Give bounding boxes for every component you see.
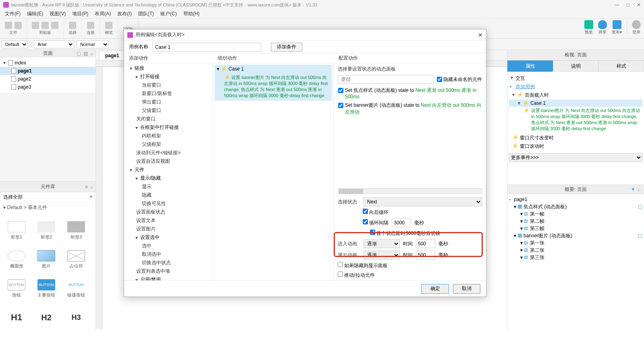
- show-if-hidden-checkbox[interactable]: 如果隐藏则显示面板: [338, 262, 388, 269]
- organize-case-header[interactable]: ▾⚡Case 1: [214, 65, 332, 73]
- library-breadcrumb[interactable]: ▾ Default > 基本元件: [0, 203, 96, 213]
- anim-in-select[interactable]: 逐渐: [364, 239, 400, 248]
- delay-first-checkbox[interactable]: 首个状态延时3000毫秒后切换: [370, 230, 440, 237]
- add-page-icon[interactable]: ▢: [77, 51, 81, 56]
- menu-file[interactable]: 文件(F): [2, 10, 23, 18]
- case-1[interactable]: Case 1: [530, 100, 546, 106]
- lib-primary-button[interactable]: BUTTON主要按钮: [31, 274, 61, 303]
- case-name-input[interactable]: [152, 43, 261, 52]
- add-case-link[interactable]: 添加用例: [515, 83, 535, 90]
- repeat-interval-input[interactable]: [392, 218, 411, 227]
- tree-widgets[interactable]: ▾元件: [130, 166, 212, 173]
- case-action-text[interactable]: 设置 banner图片 为 Next 向左滑动 out 500ms 向左滑动 i…: [531, 108, 642, 131]
- outline-dp2-s3[interactable]: ▾第三张: [509, 254, 642, 261]
- tree-links[interactable]: ▾链接: [130, 65, 212, 72]
- tab-notes[interactable]: 说明: [553, 60, 598, 72]
- lib-rect2[interactable]: 矩形2: [31, 216, 61, 245]
- new-file-icon[interactable]: [5, 22, 12, 29]
- select-state-dropdown[interactable]: Next: [364, 197, 482, 206]
- tree-unselected[interactable]: 取消选中: [124, 250, 212, 259]
- cut-icon[interactable]: [32, 22, 39, 29]
- tree-current-window[interactable]: 当前窗口: [124, 81, 212, 89]
- lib-h3[interactable]: H3: [61, 303, 91, 332]
- tree-set-list-selected[interactable]: 设置列表选中项: [124, 267, 212, 276]
- anim-in-time-input[interactable]: [416, 239, 435, 248]
- event-onscroll[interactable]: 窗口滚动时: [520, 143, 544, 150]
- outline-dp1-s2[interactable]: ▾第二帧: [509, 218, 642, 225]
- tree-adaptive[interactable]: 设置自适应视图: [124, 157, 212, 166]
- login-button[interactable]: 登录: [632, 20, 641, 35]
- lib-h2[interactable]: H2: [31, 303, 61, 332]
- tree-set-panel[interactable]: 设置面板状态: [124, 208, 212, 216]
- tree-open-link[interactable]: ▾打开链接: [135, 73, 212, 80]
- tree-new-window[interactable]: 新窗口/新标签: [124, 89, 212, 98]
- event-onload[interactable]: 页面载入时: [525, 92, 549, 99]
- tree-close-window[interactable]: 关闭窗口: [124, 115, 212, 123]
- add-condition-button[interactable]: 添加条件: [271, 43, 302, 52]
- panel-item-2[interactable]: Set banner图片 (动态面板) state to Next 向左滑动 o…: [338, 101, 482, 117]
- horizontal-scrollbar[interactable]: [338, 188, 482, 194]
- menu-publish[interactable]: 发布(I): [115, 10, 134, 18]
- paste-icon[interactable]: [51, 22, 58, 29]
- menu-edit[interactable]: 编辑(E): [25, 10, 46, 18]
- menu-account[interactable]: 账户(C): [158, 10, 179, 18]
- tree-parent-window[interactable]: 父级窗口: [124, 106, 212, 115]
- maximize-button[interactable]: □: [627, 2, 629, 8]
- menu-project[interactable]: 项目(P): [70, 10, 91, 18]
- lib-rect3[interactable]: 矩形3: [61, 216, 91, 245]
- more-events-select[interactable]: 更多事件>>>: [509, 153, 642, 162]
- close-button[interactable]: ✕: [637, 2, 641, 8]
- tree-set-image[interactable]: 设置图片: [124, 225, 212, 233]
- menu-arrange[interactable]: 布局(A): [92, 10, 113, 18]
- tree-enable-disable[interactable]: ▾启用/禁用: [135, 276, 212, 280]
- pen-icon[interactable]: [105, 22, 112, 29]
- cancel-button[interactable]: 取消: [453, 284, 480, 294]
- push-pull-checkbox[interactable]: 推动/拉动元件: [338, 272, 375, 279]
- tree-show-hide[interactable]: ▾显示/隐藏: [135, 175, 212, 182]
- anim-out-select[interactable]: 逐渐: [364, 251, 400, 259]
- tree-inline-frame[interactable]: 内联框架: [124, 132, 212, 140]
- select-icon[interactable]: [69, 22, 76, 29]
- outline-dp1-s3[interactable]: ▾第三帧: [509, 225, 642, 232]
- ok-button[interactable]: 确定: [422, 284, 449, 294]
- outline-search-icon[interactable]: ⌕: [638, 187, 641, 192]
- lib-menu-icon[interactable]: ≡: [85, 184, 88, 190]
- tab-style[interactable]: 样式: [598, 60, 644, 72]
- tree-set-text[interactable]: 设置文本: [124, 216, 212, 225]
- tab-properties[interactable]: 属性: [507, 60, 553, 72]
- tree-selected[interactable]: 选中: [124, 242, 212, 250]
- wrap-checkbox[interactable]: 向后循环: [363, 209, 388, 216]
- canvas-tab-page1[interactable]: page1: [99, 51, 125, 60]
- dialog-close-button[interactable]: ✕: [478, 32, 483, 38]
- lib-button[interactable]: BUTTON按钮: [2, 274, 31, 303]
- tree-set-selected[interactable]: ▾设置选中: [135, 234, 212, 241]
- lib-search-icon[interactable]: ⌕: [90, 184, 93, 190]
- outline-dp2-s1[interactable]: ▾第一张: [509, 239, 642, 247]
- font-select[interactable]: Arial: [34, 40, 74, 48]
- tree-scroll-to[interactable]: 滚动到元件<锚链接>: [124, 149, 212, 157]
- menu-view[interactable]: 视图(V): [47, 10, 68, 18]
- hide-unnamed-checkbox[interactable]: 隐藏未命名的元件: [437, 75, 482, 84]
- add-folder-icon[interactable]: ▤: [83, 51, 88, 56]
- lib-ellipse[interactable]: 椭圆形: [2, 245, 31, 274]
- outline-page[interactable]: ▫page1: [509, 196, 642, 203]
- connect-icon[interactable]: [87, 22, 94, 29]
- menu-team[interactable]: 团队(T): [136, 10, 156, 18]
- tree-hide[interactable]: 隐藏: [124, 191, 212, 199]
- page-page2[interactable]: page2: [0, 75, 96, 83]
- lib-link-button[interactable]: BUTTON链接按钮: [61, 274, 91, 303]
- outline-dp1[interactable]: ▾焦点样式 (动态面板)▢: [509, 203, 642, 210]
- style-select[interactable]: Default: [2, 40, 28, 48]
- filter-icon[interactable]: ▼: [631, 187, 636, 192]
- tree-popup[interactable]: 弹出窗口: [124, 98, 212, 106]
- copy-icon[interactable]: [42, 22, 49, 29]
- share-button[interactable]: 共享: [598, 20, 607, 35]
- tree-open-in-frame[interactable]: ▾在框架中打开链接: [135, 124, 212, 131]
- panel-item-1[interactable]: Set 焦点样式 (动态面板) state to Next 逐渐 out 500…: [338, 86, 482, 101]
- tree-parent-frame[interactable]: 父级框架: [124, 140, 212, 149]
- lib-image[interactable]: 图片: [31, 245, 61, 274]
- library-select-all[interactable]: 选择全部 ▾: [0, 192, 96, 203]
- tree-show[interactable]: 显示: [124, 182, 212, 191]
- preview-button[interactable]: 预览: [584, 20, 593, 35]
- outline-dp2-s2[interactable]: ▾第二张: [509, 247, 642, 254]
